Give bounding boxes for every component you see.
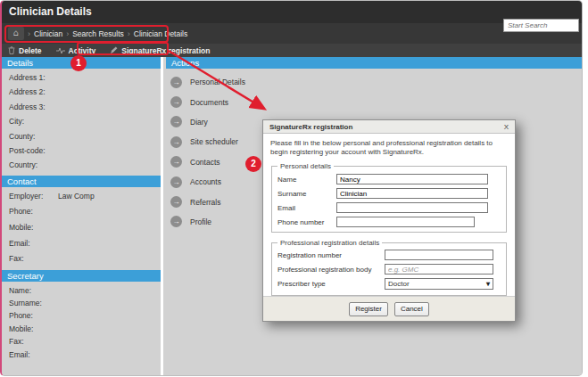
field-label: Address 1: (9, 73, 55, 87)
field-label: Mobile: (9, 223, 55, 239)
details-panel: Details Address 1: Address 2: Address 3:… (2, 57, 163, 375)
professional-details-fieldset: Professional registration details Regist… (271, 239, 507, 296)
secretary-field-list: Name: Surname: Phone: Mobile: Fax: Email… (2, 282, 161, 363)
contact-row-email: Email: (9, 239, 161, 255)
action-label: Accounts (190, 177, 221, 186)
register-button[interactable]: Register (349, 302, 388, 316)
annotation-arrow (162, 44, 280, 120)
detail-row-address3: Address 3: (9, 102, 161, 117)
registration-body-field[interactable] (385, 264, 493, 275)
delete-button-label: Delete (19, 46, 42, 55)
registration-number-field[interactable] (385, 250, 493, 260)
field-label: Address 3: (9, 102, 55, 117)
secretary-row-name: Name: (9, 286, 161, 299)
field-label: Employer: (9, 192, 55, 208)
professional-details-legend: Professional registration details (277, 239, 382, 247)
contact-row-employer: Employer:Law Comp (9, 192, 161, 208)
action-label: Contacts (190, 158, 220, 167)
surname-field[interactable] (336, 188, 488, 199)
action-label: Profile (190, 217, 211, 226)
field-label: Country: (9, 160, 55, 175)
prescriber-type-row: Prescriber type Doctor ▾ (277, 277, 501, 290)
field-label: Name: (9, 286, 55, 299)
detail-row-city: City: (9, 117, 161, 131)
registration-number-label: Registration number (277, 251, 385, 259)
detail-row-county: County: (9, 132, 161, 146)
cancel-button[interactable]: Cancel (394, 302, 429, 316)
annotation-step-2: 2 (245, 156, 261, 172)
field-label: Phone: (9, 311, 55, 324)
signaturerx-dialog: SignatureRx registration X Please fill i… (262, 119, 516, 322)
action-label: Site scheduler (190, 137, 238, 146)
secretary-row-fax: Fax: (9, 337, 161, 349)
registration-body-label: Professional registration body (277, 266, 385, 274)
dialog-title-bar: SignatureRx registration X (263, 120, 515, 134)
dialog-title: SignatureRx registration (269, 123, 352, 131)
prescriber-type-label: Prescriber type (277, 280, 385, 288)
detail-row-postcode: Post-code: (9, 146, 161, 160)
trash-icon (8, 46, 15, 54)
field-label: Surname: (9, 299, 55, 311)
field-label: Email: (9, 350, 55, 363)
arrow-circle-icon: → (170, 156, 182, 168)
field-label: Fax: (9, 337, 55, 349)
registration-body-row: Professional registration body (277, 263, 501, 275)
detail-row-country: Country: (9, 160, 161, 175)
field-label: Email: (9, 239, 55, 255)
details-field-list: Address 1: Address 2: Address 3: City: C… (2, 69, 161, 176)
contact-row-fax: Fax: (9, 254, 161, 270)
field-label: City: (9, 117, 55, 131)
name-label: Name (277, 176, 336, 184)
email-field[interactable] (336, 202, 488, 213)
dialog-footer: Register Cancel (263, 296, 515, 321)
action-label: Referrals (190, 198, 220, 207)
field-value: Law Comp (58, 192, 95, 208)
arrow-circle-icon: → (170, 216, 182, 227)
email-row: Email (277, 202, 501, 213)
search-input[interactable] (503, 19, 579, 32)
prescriber-type-value: Doctor (388, 280, 410, 288)
phone-number-row: Phone number (277, 217, 501, 227)
field-label: Post-code: (9, 146, 55, 160)
field-label: Mobile: (9, 324, 55, 337)
field-label: Fax: (9, 254, 55, 270)
dialog-body: Please fill in the below personal and pr… (263, 134, 515, 296)
contact-row-phone: Phone: (9, 207, 161, 223)
secretary-row-phone: Phone: (9, 311, 161, 324)
page-title: Clinician Details (9, 5, 92, 18)
detail-row-address2: Address 2: (9, 87, 161, 102)
personal-details-fieldset: Personal details Name Surname Email Phon… (271, 162, 507, 233)
detail-row-address1: Address 1: (9, 73, 161, 87)
delete-button[interactable]: Delete (8, 46, 42, 55)
app-window: Clinician Details ⌂ › Clinician › Search… (0, 0, 583, 376)
field-label: Address 2: (9, 87, 55, 102)
annotation-step-1: 1 (70, 55, 87, 71)
secretary-row-mobile: Mobile: (9, 324, 161, 337)
personal-details-legend: Personal details (277, 162, 334, 170)
annotation-box-signaturerx-button (77, 42, 169, 55)
phone-number-field[interactable] (336, 217, 475, 227)
name-field[interactable] (336, 174, 488, 184)
field-label: Phone: (9, 207, 55, 223)
prescriber-type-select[interactable]: Doctor ▾ (385, 278, 493, 290)
title-bar: Clinician Details (2, 1, 582, 23)
dialog-intro-text: Please fill in the below personal and pr… (270, 139, 511, 157)
chevron-down-icon: ▾ (486, 280, 490, 288)
secretary-section-header: Secretary (2, 270, 161, 282)
contact-row-mobile: Mobile: (9, 223, 161, 239)
surname-row: Surname (277, 188, 501, 199)
arrow-circle-icon: → (170, 176, 182, 188)
phone-number-label: Phone number (277, 218, 336, 226)
email-label: Email (277, 204, 336, 212)
close-icon[interactable]: X (504, 123, 509, 131)
activity-icon (56, 47, 65, 54)
field-label: County: (9, 132, 55, 146)
secretary-row-email: Email: (9, 350, 161, 363)
secretary-row-surname: Surname: (9, 299, 161, 311)
name-row: Name (277, 174, 501, 184)
arrow-circle-icon: → (170, 196, 182, 208)
registration-number-row: Registration number (277, 249, 501, 261)
surname-label: Surname (277, 190, 336, 198)
contact-section-header: Contact (2, 176, 161, 187)
annotation-box-breadcrumb (4, 25, 169, 43)
